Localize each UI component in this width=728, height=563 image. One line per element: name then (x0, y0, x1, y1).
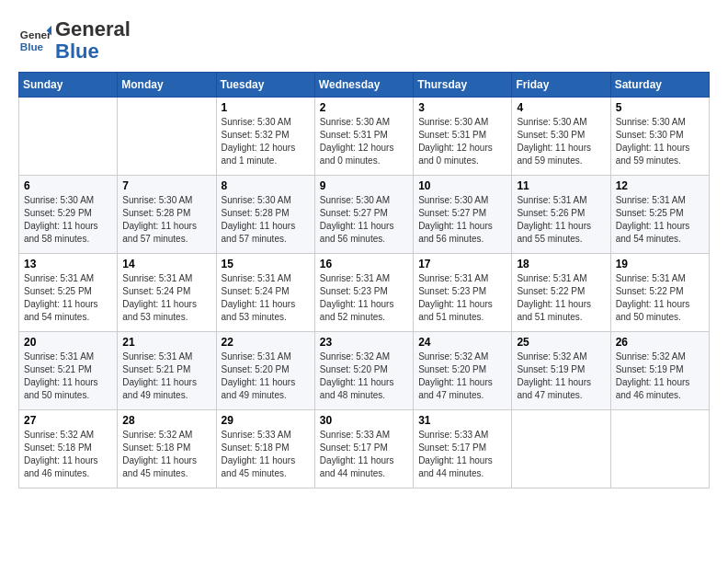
weekday-monday: Monday (118, 73, 216, 98)
weekday-wednesday: Wednesday (314, 73, 413, 98)
calendar-cell (19, 98, 118, 176)
calendar-cell: 6 Sunrise: 5:30 AM Sunset: 5:29 PM Dayli… (19, 176, 118, 254)
day-info: Sunrise: 5:30 AM Sunset: 5:31 PM Dayligh… (320, 116, 408, 167)
day-info: Sunrise: 5:30 AM Sunset: 5:29 PM Dayligh… (24, 194, 112, 246)
calendar-cell: 3 Sunrise: 5:30 AM Sunset: 5:31 PM Dayli… (414, 98, 512, 176)
day-number: 16 (320, 258, 408, 270)
calendar-cell: 25 Sunrise: 5:32 AM Sunset: 5:19 PM Dayl… (512, 332, 610, 410)
logo-icon: General Blue (18, 24, 51, 57)
calendar-cell: 12 Sunrise: 5:31 AM Sunset: 5:25 PM Dayl… (610, 176, 709, 254)
day-number: 9 (320, 179, 408, 192)
weekday-saturday: Saturday (610, 73, 709, 98)
day-info: Sunrise: 5:33 AM Sunset: 5:17 PM Dayligh… (320, 429, 408, 480)
calendar-cell: 20 Sunrise: 5:31 AM Sunset: 5:21 PM Dayl… (19, 332, 118, 410)
day-number: 11 (517, 179, 605, 192)
day-info: Sunrise: 5:33 AM Sunset: 5:17 PM Dayligh… (418, 429, 506, 480)
calendar-cell: 26 Sunrise: 5:32 AM Sunset: 5:19 PM Dayl… (610, 332, 709, 410)
calendar-cell: 28 Sunrise: 5:32 AM Sunset: 5:18 PM Dayl… (118, 410, 216, 488)
calendar-cell: 19 Sunrise: 5:31 AM Sunset: 5:22 PM Dayl… (610, 254, 709, 332)
calendar-cell: 29 Sunrise: 5:33 AM Sunset: 5:18 PM Dayl… (216, 410, 314, 488)
weekday-tuesday: Tuesday (216, 73, 314, 98)
calendar-week-1: 1 Sunrise: 5:30 AM Sunset: 5:32 PM Dayli… (19, 98, 710, 176)
page-header: General Blue General Blue (18, 18, 710, 63)
calendar-body: 1 Sunrise: 5:30 AM Sunset: 5:32 PM Dayli… (19, 98, 710, 488)
day-number: 1 (222, 101, 310, 114)
day-info: Sunrise: 5:31 AM Sunset: 5:25 PM Dayligh… (616, 194, 704, 246)
day-info: Sunrise: 5:31 AM Sunset: 5:23 PM Dayligh… (320, 272, 408, 324)
calendar-cell (512, 410, 610, 488)
day-info: Sunrise: 5:32 AM Sunset: 5:18 PM Dayligh… (24, 429, 112, 480)
calendar-cell: 5 Sunrise: 5:30 AM Sunset: 5:30 PM Dayli… (610, 98, 709, 176)
day-number: 30 (320, 414, 408, 427)
day-info: Sunrise: 5:32 AM Sunset: 5:19 PM Dayligh… (517, 350, 605, 402)
calendar-cell: 14 Sunrise: 5:31 AM Sunset: 5:24 PM Dayl… (118, 254, 216, 332)
day-info: Sunrise: 5:31 AM Sunset: 5:21 PM Dayligh… (122, 350, 210, 402)
day-number: 2 (320, 101, 408, 114)
day-info: Sunrise: 5:30 AM Sunset: 5:31 PM Dayligh… (418, 116, 506, 167)
weekday-sunday: Sunday (19, 73, 118, 98)
calendar-cell (118, 98, 216, 176)
day-number: 31 (418, 414, 506, 427)
calendar-cell: 1 Sunrise: 5:30 AM Sunset: 5:32 PM Dayli… (216, 98, 314, 176)
calendar-cell: 15 Sunrise: 5:31 AM Sunset: 5:24 PM Dayl… (216, 254, 314, 332)
calendar-header: SundayMondayTuesdayWednesdayThursdayFrid… (19, 73, 710, 98)
day-info: Sunrise: 5:30 AM Sunset: 5:27 PM Dayligh… (320, 194, 408, 246)
day-info: Sunrise: 5:33 AM Sunset: 5:18 PM Dayligh… (222, 429, 310, 480)
day-info: Sunrise: 5:31 AM Sunset: 5:23 PM Dayligh… (418, 272, 506, 324)
day-number: 13 (24, 258, 112, 270)
calendar-cell: 2 Sunrise: 5:30 AM Sunset: 5:31 PM Dayli… (314, 98, 413, 176)
weekday-friday: Friday (512, 73, 610, 98)
day-info: Sunrise: 5:31 AM Sunset: 5:20 PM Dayligh… (222, 350, 310, 402)
day-info: Sunrise: 5:31 AM Sunset: 5:26 PM Dayligh… (517, 194, 605, 246)
day-info: Sunrise: 5:30 AM Sunset: 5:30 PM Dayligh… (616, 116, 704, 167)
day-info: Sunrise: 5:30 AM Sunset: 5:32 PM Dayligh… (222, 116, 310, 167)
day-number: 29 (222, 414, 310, 427)
day-number: 20 (24, 336, 112, 349)
day-number: 21 (122, 336, 210, 349)
day-info: Sunrise: 5:30 AM Sunset: 5:30 PM Dayligh… (517, 116, 605, 167)
weekday-header-row: SundayMondayTuesdayWednesdayThursdayFrid… (19, 73, 710, 98)
calendar-cell: 10 Sunrise: 5:30 AM Sunset: 5:27 PM Dayl… (414, 176, 512, 254)
day-number: 6 (24, 179, 112, 192)
calendar-cell (610, 410, 709, 488)
day-number: 19 (616, 258, 704, 270)
day-number: 10 (418, 179, 506, 192)
day-info: Sunrise: 5:32 AM Sunset: 5:20 PM Dayligh… (320, 350, 408, 402)
day-info: Sunrise: 5:30 AM Sunset: 5:28 PM Dayligh… (122, 194, 210, 246)
calendar-cell: 8 Sunrise: 5:30 AM Sunset: 5:28 PM Dayli… (216, 176, 314, 254)
day-info: Sunrise: 5:32 AM Sunset: 5:19 PM Dayligh… (616, 350, 704, 402)
calendar-cell: 27 Sunrise: 5:32 AM Sunset: 5:18 PM Dayl… (19, 410, 118, 488)
day-info: Sunrise: 5:32 AM Sunset: 5:18 PM Dayligh… (122, 429, 210, 480)
calendar-cell: 7 Sunrise: 5:30 AM Sunset: 5:28 PM Dayli… (118, 176, 216, 254)
day-info: Sunrise: 5:31 AM Sunset: 5:24 PM Dayligh… (222, 272, 310, 324)
calendar-week-2: 6 Sunrise: 5:30 AM Sunset: 5:29 PM Dayli… (19, 176, 710, 254)
day-info: Sunrise: 5:30 AM Sunset: 5:28 PM Dayligh… (222, 194, 310, 246)
calendar-cell: 13 Sunrise: 5:31 AM Sunset: 5:25 PM Dayl… (19, 254, 118, 332)
calendar-cell: 24 Sunrise: 5:32 AM Sunset: 5:20 PM Dayl… (414, 332, 512, 410)
day-info: Sunrise: 5:31 AM Sunset: 5:22 PM Dayligh… (517, 272, 605, 324)
day-number: 27 (24, 414, 112, 427)
day-info: Sunrise: 5:31 AM Sunset: 5:21 PM Dayligh… (24, 350, 112, 402)
day-number: 26 (616, 336, 704, 349)
calendar-cell: 23 Sunrise: 5:32 AM Sunset: 5:20 PM Dayl… (314, 332, 413, 410)
calendar-table: SundayMondayTuesdayWednesdayThursdayFrid… (18, 72, 710, 488)
calendar-cell: 31 Sunrise: 5:33 AM Sunset: 5:17 PM Dayl… (414, 410, 512, 488)
calendar-cell: 11 Sunrise: 5:31 AM Sunset: 5:26 PM Dayl… (512, 176, 610, 254)
day-info: Sunrise: 5:32 AM Sunset: 5:20 PM Dayligh… (418, 350, 506, 402)
calendar-week-4: 20 Sunrise: 5:31 AM Sunset: 5:21 PM Dayl… (19, 332, 710, 410)
day-number: 18 (517, 258, 605, 270)
calendar-cell: 16 Sunrise: 5:31 AM Sunset: 5:23 PM Dayl… (314, 254, 413, 332)
day-info: Sunrise: 5:31 AM Sunset: 5:24 PM Dayligh… (122, 272, 210, 324)
day-number: 23 (320, 336, 408, 349)
calendar-week-5: 27 Sunrise: 5:32 AM Sunset: 5:18 PM Dayl… (19, 410, 710, 488)
day-number: 25 (517, 336, 605, 349)
calendar-week-3: 13 Sunrise: 5:31 AM Sunset: 5:25 PM Dayl… (19, 254, 710, 332)
day-number: 22 (222, 336, 310, 349)
day-number: 12 (616, 179, 704, 192)
day-number: 3 (418, 101, 506, 114)
calendar-cell: 9 Sunrise: 5:30 AM Sunset: 5:27 PM Dayli… (314, 176, 413, 254)
day-number: 5 (616, 101, 704, 114)
day-info: Sunrise: 5:31 AM Sunset: 5:22 PM Dayligh… (616, 272, 704, 324)
day-number: 14 (122, 258, 210, 270)
day-number: 17 (418, 258, 506, 270)
